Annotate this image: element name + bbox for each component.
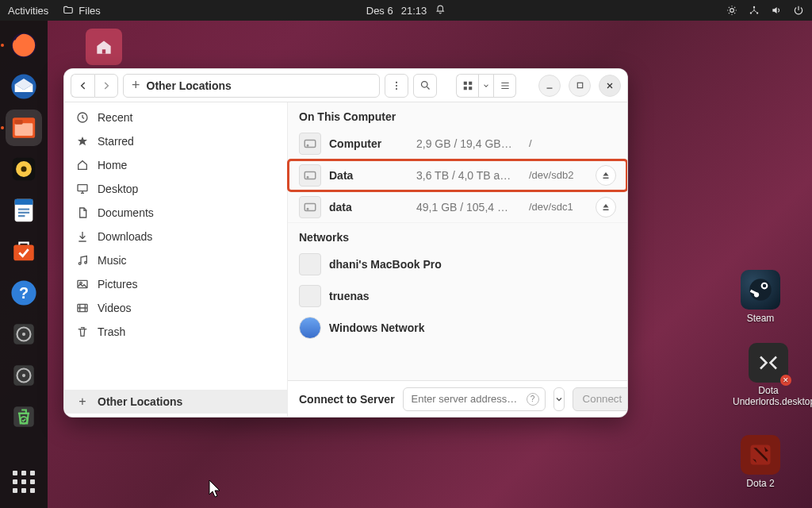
minimize-button[interactable] — [538, 75, 561, 97]
dock-help[interactable]: ? — [6, 275, 42, 311]
svg-point-27 — [763, 284, 767, 288]
back-button[interactable] — [71, 74, 94, 98]
icon-view-button[interactable] — [456, 74, 478, 98]
server-address-input[interactable] — [403, 387, 546, 411]
drive-row-computer[interactable]: Computer 2,9 GB / 19,4 GB available / — [288, 128, 627, 160]
plus-icon: + — [75, 394, 90, 409]
dock-thunderbird[interactable] — [6, 68, 42, 105]
sidebar-item-trash[interactable]: Trash — [64, 320, 287, 344]
sidebar-item-starred[interactable]: Starred — [64, 129, 287, 153]
brightness-icon[interactable] — [726, 5, 737, 16]
clock-icon — [75, 110, 90, 125]
computer-icon — [299, 285, 321, 307]
drive-row-data-big[interactable]: Data 3,6 TB / 4,0 TB available /dev/sdb2 — [288, 160, 627, 191]
globe-icon — [299, 317, 321, 339]
desktop-icon-underlords[interactable]: ✕ Dota Underlords.desktop — [733, 343, 804, 408]
connect-label: Connect to Server — [299, 393, 395, 406]
network-row-macbook[interactable]: dhani's MacBook Pro — [288, 248, 627, 280]
dock-firefox[interactable] — [6, 27, 42, 64]
sidebar-item-pictures[interactable]: Pictures — [64, 272, 287, 296]
sidebar-item-home[interactable]: Home — [64, 153, 287, 177]
show-applications-button[interactable] — [6, 464, 42, 500]
desktop-icon-dota2[interactable]: Dota 2 — [725, 435, 796, 489]
dock: ? — [0, 21, 48, 508]
activities-button[interactable]: Activities — [8, 5, 48, 17]
svg-point-33 — [421, 82, 427, 88]
connect-button[interactable]: Connect — [573, 387, 628, 411]
network-name: truenas — [329, 290, 370, 302]
panel-app-menu[interactable]: Files — [63, 5, 100, 17]
videos-icon — [75, 301, 90, 315]
svg-rect-50 — [304, 203, 316, 210]
home-icon — [75, 158, 90, 172]
sidebar-item-label: Home — [98, 159, 127, 171]
svg-point-0 — [730, 9, 734, 13]
dock-trash[interactable] — [6, 398, 42, 435]
address-history-button[interactable] — [553, 387, 565, 411]
help-icon[interactable]: ? — [527, 393, 539, 406]
view-options-button[interactable] — [478, 74, 494, 98]
location-bar[interactable]: + Other Locations — [123, 74, 380, 98]
sidebar-item-documents[interactable]: Documents — [64, 201, 287, 225]
sidebar-item-other-locations[interactable]: +Other Locations — [64, 390, 287, 414]
eject-button[interactable] — [596, 197, 616, 217]
drive-space: 2,9 GB / 19,4 GB available — [416, 137, 521, 150]
svg-rect-40 — [78, 185, 87, 191]
dock-disk-2[interactable] — [6, 357, 42, 394]
sidebar-item-videos[interactable]: Videos — [64, 296, 287, 320]
bell-icon — [435, 5, 446, 16]
search-button[interactable] — [413, 74, 437, 98]
sidebar-item-label: Downloads — [98, 230, 152, 243]
drive-name: Computer — [329, 137, 408, 150]
svg-point-11 — [21, 166, 26, 171]
menu-button[interactable] — [385, 74, 408, 98]
forward-button[interactable] — [94, 74, 118, 98]
computer-icon — [299, 253, 321, 275]
drive-icon — [299, 133, 321, 155]
svg-point-19 — [22, 333, 25, 336]
volume-icon[interactable] — [771, 5, 782, 16]
svg-point-42 — [85, 261, 87, 264]
maximize-button[interactable] — [569, 75, 591, 97]
svg-point-47 — [307, 144, 308, 146]
download-icon — [75, 229, 90, 244]
desktop-home-folder[interactable] — [71, 29, 136, 68]
svg-point-2 — [750, 12, 752, 13]
network-row-windows[interactable]: Windows Network — [288, 312, 627, 344]
network-icon[interactable] — [749, 5, 760, 16]
eject-button[interactable] — [596, 165, 616, 186]
sidebar-item-label: Recent — [98, 111, 132, 124]
dock-software[interactable] — [6, 233, 42, 270]
network-row-truenas[interactable]: truenas — [288, 280, 627, 312]
sidebar-item-downloads[interactable]: Downloads — [64, 225, 287, 248]
network-name: dhani's MacBook Pro — [329, 258, 442, 271]
plus-icon: + — [132, 77, 140, 94]
desktop-icon-label: Dota 2 — [725, 478, 796, 489]
svg-point-30 — [396, 81, 397, 83]
svg-point-49 — [307, 176, 308, 178]
power-icon[interactable] — [793, 5, 804, 16]
sidebar-item-label: Pictures — [98, 278, 138, 291]
desktop-icon-steam[interactable]: Steam — [725, 270, 796, 324]
dock-files[interactable] — [6, 110, 42, 146]
list-view-button[interactable] — [494, 74, 516, 98]
panel-clock[interactable]: Des 6 21:13 — [366, 5, 446, 17]
dock-disk-1[interactable] — [6, 316, 42, 352]
sidebar-item-music[interactable]: Music — [64, 248, 287, 272]
close-button[interactable] — [599, 75, 621, 97]
drive-icon — [299, 164, 321, 187]
connect-footer: Connect to Server ? Connect — [288, 380, 627, 417]
drive-space: 49,1 GB / 105,4 GB available — [416, 201, 521, 214]
svg-rect-48 — [304, 171, 316, 179]
drive-row-data-small[interactable]: data 49,1 GB / 105,4 GB available /dev/s… — [288, 191, 627, 223]
sidebar-item-desktop[interactable]: Desktop — [64, 177, 287, 201]
sidebar-item-recent[interactable]: Recent — [64, 106, 287, 129]
svg-rect-36 — [463, 87, 466, 90]
dock-writer[interactable] — [6, 192, 42, 229]
dock-rhythmbox[interactable] — [6, 151, 42, 187]
drive-path: / — [529, 137, 588, 149]
location-label: Other Locations — [147, 79, 232, 92]
trash-icon — [75, 325, 90, 339]
music-icon — [75, 253, 90, 267]
sidebar-item-label: Trash — [98, 325, 125, 338]
